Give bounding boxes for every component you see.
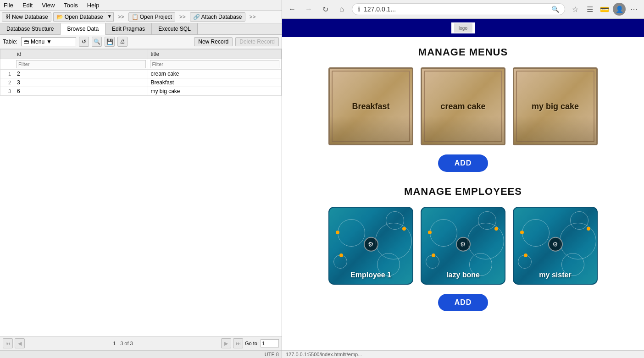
- forward-button[interactable]: →: [302, 3, 315, 16]
- menu-card-title: cream cake: [440, 102, 485, 111]
- col-title[interactable]: title: [148, 50, 282, 59]
- card-bg: [422, 116, 504, 144]
- avatar-icon: 👤: [616, 6, 623, 13]
- row-num: 2: [0, 78, 14, 87]
- emp-dot: [524, 253, 527, 257]
- tab-browse-data[interactable]: Browse Data: [61, 23, 105, 35]
- site-nav: logo: [282, 19, 644, 37]
- table-icon: 🗃: [23, 39, 29, 45]
- filter-id[interactable]: [16, 60, 146, 68]
- add-employee-button[interactable]: ADD: [438, 294, 489, 311]
- table-selector[interactable]: 🗃 Menu ▼: [21, 37, 76, 46]
- refresh-button[interactable]: ↺: [79, 37, 89, 47]
- emp-dot: [587, 227, 590, 231]
- page-first-button[interactable]: ⏮: [3, 338, 13, 348]
- manage-employees-section: MANAGE EMPLOYEES ⚙Employee 1⚙lazy bone⚙m…: [296, 186, 630, 311]
- print-button[interactable]: 🖨: [117, 37, 128, 47]
- menu-card[interactable]: cream cake: [421, 67, 505, 145]
- tab-database-structure[interactable]: Database Structure: [0, 23, 61, 34]
- toolbar-more-2[interactable]: >>: [177, 13, 188, 21]
- row-num: 3: [0, 87, 14, 96]
- open-database-button[interactable]: 📂 Open Database: [53, 12, 106, 22]
- delete-record-button[interactable]: Delete Record: [235, 37, 279, 46]
- menu-card-title: Breakfast: [352, 102, 389, 111]
- browser-action-buttons: ☆ ☰ 💳 👤 ⋯: [569, 3, 640, 16]
- bookmark-star-button[interactable]: ☆: [569, 3, 582, 16]
- reading-list-button[interactable]: ☰: [583, 3, 596, 16]
- new-database-button[interactable]: 🗄 New Database: [2, 12, 51, 22]
- site-main-content: MANAGE MENUS Breakfast cream cake my big…: [282, 37, 644, 334]
- user-avatar[interactable]: 👤: [613, 3, 626, 16]
- menu-button[interactable]: ⋯: [627, 3, 640, 16]
- employee-card[interactable]: ⚙Employee 1: [328, 207, 413, 285]
- manage-employees-title: MANAGE EMPLOYEES: [296, 186, 630, 198]
- cell-id: 3: [14, 78, 148, 87]
- page-prev-button[interactable]: ◀: [15, 338, 25, 348]
- tab-edit-pragmas[interactable]: Edit Pragmas: [105, 23, 152, 34]
- open-database-arrow[interactable]: ▼: [106, 12, 114, 22]
- menu-cards-row: Breakfast cream cake my big cake: [296, 67, 630, 145]
- table-label: Table:: [3, 39, 17, 45]
- back-button[interactable]: ←: [286, 3, 299, 16]
- col-id[interactable]: id: [14, 50, 148, 59]
- emp-dot: [494, 227, 498, 231]
- open-project-icon: 📋: [132, 14, 139, 20]
- menu-tools[interactable]: Tools: [62, 1, 79, 10]
- db-browser-panel: File Edit View Tools Help 🗄 New Database…: [0, 0, 282, 358]
- attach-database-button[interactable]: 🔗 Attach Database: [190, 12, 245, 22]
- main-toolbar: 🗄 New Database 📂 Open Database ▼ >> 📋 Op…: [0, 11, 282, 23]
- data-table: id title 1 2 cream cake 2 3 Breakfast 3 …: [0, 49, 282, 96]
- reload-button[interactable]: ↻: [319, 3, 332, 16]
- menu-edit[interactable]: Edit: [21, 1, 34, 10]
- new-record-button[interactable]: New Record: [194, 37, 233, 46]
- filter-title[interactable]: [150, 60, 280, 68]
- menu-file[interactable]: File: [2, 1, 15, 10]
- open-project-button[interactable]: 📋 Open Project: [128, 12, 175, 22]
- filter-button[interactable]: 🔍: [92, 37, 102, 47]
- emp-dot: [520, 231, 524, 234]
- menu-view[interactable]: View: [40, 1, 56, 10]
- home-button[interactable]: ⌂: [335, 3, 348, 16]
- emp-dot: [402, 227, 406, 231]
- goto-label: Go to:: [245, 341, 259, 346]
- employee-card[interactable]: ⚙lazy bone: [421, 207, 505, 285]
- menu-card[interactable]: my big cake: [513, 67, 598, 145]
- emp-card-title: lazy bone: [442, 266, 484, 284]
- emp-card-title: my sister: [534, 266, 576, 284]
- table-row[interactable]: 2 3 Breakfast: [0, 78, 282, 87]
- table-row[interactable]: 1 2 cream cake: [0, 70, 282, 78]
- page-next-button[interactable]: ▶: [221, 338, 231, 348]
- pagination-bar: ⏮ ◀ 1 - 3 of 3 ▶ ⏭ Go to:: [0, 336, 282, 350]
- status-bar: UTF-8: [0, 350, 282, 358]
- emp-dot: [336, 231, 339, 234]
- menu-card[interactable]: Breakfast: [328, 67, 413, 145]
- wallet-button[interactable]: 💳: [598, 3, 611, 16]
- tab-execute-sql[interactable]: Execute SQL: [152, 23, 198, 34]
- col-rownum: [0, 50, 14, 59]
- menu-help[interactable]: Help: [85, 1, 101, 10]
- toolbar-more-3[interactable]: >>: [247, 13, 258, 21]
- browser-panel: ← → ↻ ⌂ ℹ 127.0.0.1... 🔍 ☆ ☰ 💳 👤 ⋯ logo: [282, 0, 644, 358]
- manage-menus-title: MANAGE MENUS: [296, 46, 630, 58]
- cell-id: 2: [14, 70, 148, 78]
- security-icon: ℹ: [358, 6, 360, 13]
- logo-text: logo: [459, 26, 467, 31]
- card-bg: [330, 116, 412, 144]
- export-button[interactable]: 💾: [105, 37, 115, 47]
- attach-db-icon: 🔗: [193, 14, 200, 20]
- employee-card[interactable]: ⚙my sister: [513, 207, 598, 285]
- toolbar-more-1[interactable]: >>: [116, 13, 127, 21]
- emp-dot: [428, 231, 432, 234]
- add-menu-button[interactable]: ADD: [438, 154, 489, 172]
- browser-status-bar: 127.0.0.1:5500/index.html#/emp...: [282, 350, 644, 358]
- emp-dot: [339, 253, 343, 257]
- data-table-container: id title 1 2 cream cake 2 3 Breakfast 3 …: [0, 49, 282, 336]
- manage-menus-section: MANAGE MENUS Breakfast cream cake my big…: [296, 46, 630, 172]
- goto-input[interactable]: [261, 339, 279, 347]
- page-last-button[interactable]: ⏭: [233, 338, 243, 348]
- table-toolbar: Table: 🗃 Menu ▼ ↺ 🔍 💾 🖨 New Record Delet…: [0, 35, 282, 49]
- table-row[interactable]: 3 6 my big cake: [0, 87, 282, 96]
- logo-image: logo: [454, 23, 472, 33]
- address-bar[interactable]: ℹ 127.0.0.1... 🔍: [352, 3, 565, 15]
- new-db-icon: 🗄: [5, 14, 11, 20]
